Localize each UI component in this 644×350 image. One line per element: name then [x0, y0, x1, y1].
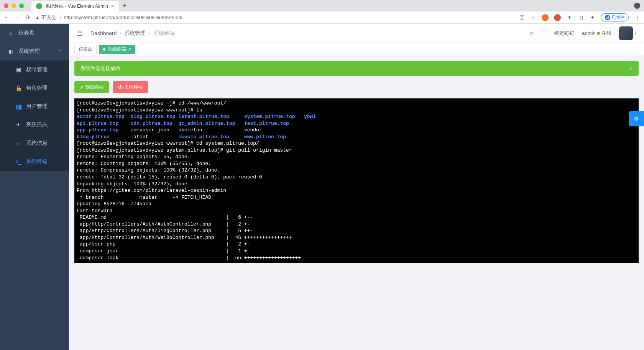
extension-icon-2[interactable] — [554, 14, 561, 21]
alert-success: 系统终端连接成功 × — [74, 61, 639, 76]
window-minimize-button[interactable] — [12, 3, 16, 8]
tab-terminal[interactable]: 系统终端 × — [99, 45, 135, 54]
breadcrumb-dashboard[interactable]: Dashboard — [90, 30, 117, 36]
sidebar-label: 仪表盘 — [18, 29, 34, 36]
paused-badge[interactable]: pl 已暂停 — [601, 13, 629, 21]
gear-icon: ⚙ — [634, 116, 639, 122]
alert-text: 系统终端连接成功 — [80, 65, 120, 72]
gear-icon: ◐ — [8, 48, 14, 54]
sidebar-item-system[interactable]: ◐ 系统管理 ⌃ — [0, 42, 69, 61]
sidebar-item-logs[interactable]: ✈ 系统日志 — [0, 116, 69, 134]
breadcrumb-separator: / — [149, 30, 150, 36]
window-close-button[interactable] — [4, 3, 8, 8]
chevron-up-icon: ⌃ — [58, 49, 61, 54]
sidebar-item-roles[interactable]: 🔒 角色管理 — [0, 79, 69, 97]
toolbar-actions: ⚿ ☆ ✶ ◫ ✦ pl 已暂停 ⋮ — [519, 13, 640, 21]
search-icon[interactable]: ⌕ — [530, 29, 534, 37]
tab-dashboard[interactable]: 仪表盘 — [74, 45, 97, 54]
sidebar-item-permissions[interactable]: ▣ 权限管理 — [0, 61, 69, 79]
new-tab-button[interactable]: + — [123, 2, 127, 10]
star-icon[interactable]: ☆ — [530, 15, 536, 21]
chevron-down-icon: ▾ — [634, 31, 636, 35]
address-bar[interactable]: ▲ 不安全 | http://system.pltrue.top/#/admin… — [35, 14, 514, 21]
nav-forward-button[interactable]: → — [15, 14, 21, 21]
sidebar-item-dashboard[interactable]: ⌂ 仪表盘 — [0, 24, 69, 42]
paused-icon: pl — [605, 15, 610, 20]
browser-tab[interactable]: 系统终端 - Vue Element Admin × — [31, 1, 119, 11]
settings-fab[interactable]: ⚙ — [629, 111, 644, 126]
breadcrumb-separator: / — [120, 30, 122, 36]
shield-icon: ▣ — [15, 67, 21, 73]
sidebar-label: 权限管理 — [26, 66, 48, 73]
breadcrumb-current: 系统终端 — [153, 30, 175, 37]
main-content: ☰ Dashboard / 系统管理 / 系统终端 ⌕ ⛶ 绑定钉钉 admin… — [69, 24, 644, 350]
browser-chrome: 系统终端 - Vue Element Admin × + — [0, 0, 644, 11]
app-container: ⌂ 仪表盘 ◐ 系统管理 ⌃ ▣ 权限管理 🔒 角色管理 👥 用户管理 ✈ 系统… — [0, 24, 644, 350]
sun-icon: ☼ — [15, 140, 21, 146]
terminal-icon: >_ — [15, 159, 21, 165]
header-username: admin 在线 — [582, 30, 611, 37]
tab-active-dot-icon — [103, 48, 105, 51]
sidebar-label: 用户管理 — [26, 103, 48, 110]
security-warning: ▲ 不安全 — [35, 14, 56, 21]
sidebar-label: 系统终端 — [26, 158, 48, 165]
extension-icon-1[interactable] — [542, 14, 549, 21]
status-dot-icon — [597, 32, 600, 35]
sidebar-label: 系统管理 — [18, 48, 40, 55]
fullscreen-icon[interactable]: ⛶ — [542, 30, 547, 36]
page-body: 系统终端连接成功 × ↗ 链接终端 ⏻ 关闭终端 [root@izwz9evgj… — [69, 56, 644, 350]
window-maximize-button[interactable] — [19, 3, 24, 8]
nav-back-button[interactable]: ← — [4, 14, 10, 21]
key-icon[interactable]: ⚿ — [519, 15, 525, 21]
extension-icon-4[interactable]: ◫ — [578, 15, 584, 21]
extension-icon-3[interactable]: ✶ — [566, 15, 572, 21]
close-terminal-button[interactable]: ⏻ 关闭终端 — [113, 81, 148, 93]
sidebar-label: 系统日志 — [26, 121, 48, 128]
chrome-app-icon[interactable] — [634, 3, 640, 9]
warning-icon: ▲ — [35, 15, 40, 20]
sidebar-item-info[interactable]: ☼ 系统信息 — [0, 134, 69, 152]
link-icon: ↗ — [80, 85, 84, 90]
sidebar-label: 角色管理 — [26, 85, 48, 92]
tabs-bar: 仪表盘 系统终端 × — [69, 43, 644, 56]
url-separator: | — [59, 15, 61, 20]
sidebar-label: 系统信息 — [26, 140, 48, 147]
tab-favicon-icon — [36, 3, 42, 9]
nav-reload-button[interactable]: ⟳ — [25, 14, 30, 21]
header-right: ⌕ ⛶ 绑定钉钉 admin 在线 ▾ — [530, 26, 636, 40]
sidebar: ⌂ 仪表盘 ◐ 系统管理 ⌃ ▣ 权限管理 🔒 角色管理 👥 用户管理 ✈ 系统… — [0, 24, 69, 350]
sidebar-item-terminal[interactable]: >_ 系统终端 — [0, 152, 69, 171]
breadcrumb-system[interactable]: 系统管理 — [124, 30, 146, 37]
lock-icon: 🔒 — [15, 85, 21, 91]
dingding-link[interactable]: 绑定钉钉 — [554, 30, 574, 37]
breadcrumb: Dashboard / 系统管理 / 系统终端 — [90, 30, 175, 37]
plane-icon: ✈ — [15, 122, 21, 128]
users-icon: 👥 — [15, 103, 21, 110]
tab-close-icon[interactable]: × — [128, 47, 131, 52]
app-header: ☰ Dashboard / 系统管理 / 系统终端 ⌕ ⛶ 绑定钉钉 admin… — [69, 24, 644, 43]
connect-button[interactable]: ↗ 链接终端 — [74, 81, 109, 93]
tab-title: 系统终端 - Vue Element Admin — [45, 3, 108, 10]
terminal-output[interactable]: [root@izwz9evgjchsatlsvdvyiwz ~]# cd /ww… — [74, 98, 639, 263]
power-icon: ⏻ — [118, 85, 123, 90]
traffic-lights — [4, 3, 24, 8]
hamburger-icon[interactable]: ☰ — [77, 29, 83, 38]
browser-menu-icon[interactable]: ⋮ — [634, 15, 640, 21]
avatar — [619, 26, 633, 40]
user-menu[interactable]: ▾ — [619, 26, 636, 40]
alert-close-icon[interactable]: × — [629, 65, 632, 72]
url-text: http://system.pltrue.top/#/admin/%08%08%… — [64, 15, 182, 20]
extensions-menu-icon[interactable]: ✦ — [589, 15, 595, 21]
sidebar-item-users[interactable]: 👥 用户管理 — [0, 97, 69, 116]
dashboard-icon: ⌂ — [8, 30, 14, 36]
tab-close-icon[interactable]: × — [111, 3, 114, 9]
browser-toolbar: ← → ⟳ ▲ 不安全 | http://system.pltrue.top/#… — [0, 11, 644, 24]
action-buttons: ↗ 链接终端 ⏻ 关闭终端 — [74, 81, 639, 93]
